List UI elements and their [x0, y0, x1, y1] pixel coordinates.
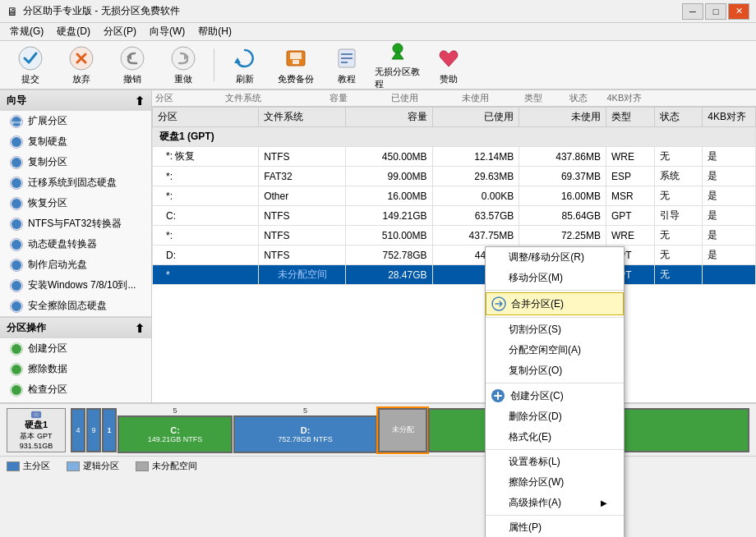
menu-general[interactable]: 常规(G) — [3, 23, 50, 40]
seg-c-size: 149.21GB NTFS — [148, 435, 203, 443]
ctx-split-partition[interactable]: 切割分区(S) — [486, 319, 624, 340]
menu-disk[interactable]: 硬盘(D) — [50, 23, 97, 40]
ctx-advanced-ops[interactable]: 高级操作(A) ▶ — [486, 493, 624, 513]
ctx-move-partition[interactable]: 移动分区(M) — [486, 268, 624, 288]
sidebar-item-copy-partition[interactable]: 复制分区 — [0, 152, 151, 172]
disk-seg-unalloc[interactable]: 未分配 — [378, 408, 427, 452]
refresh-button[interactable]: 刷新 — [221, 44, 269, 86]
ctx-format-label: 格式化(E) — [509, 431, 551, 443]
submit-button[interactable]: 提交 — [7, 44, 54, 86]
ctx-sep-5 — [486, 515, 624, 516]
sidebar-item-check-partition[interactable]: 检查分区 — [0, 379, 151, 400]
svg-point-21 — [12, 219, 21, 229]
sidebar-item-install-windows[interactable]: 安装Windows 7/8/10到... — [0, 275, 151, 296]
status-bar: 主分区 逻辑分区 未分配空间 — [0, 456, 756, 475]
menu-wizard[interactable]: 向导(W) — [143, 23, 191, 40]
sidebar-item-ntfs-fat32[interactable]: NTFS与FAT32转换器 — [0, 213, 151, 234]
table-row[interactable]: *: NTFS 510.00MB 437.75MB 72.25MB WRE 无 … — [153, 226, 756, 246]
discard-label: 放弃 — [72, 73, 90, 85]
cell-status-5: 无 — [654, 246, 703, 265]
sidebar-item-wipe-data[interactable]: 擦除数据 — [0, 359, 151, 379]
ctx-wipe-partition[interactable]: 擦除分区(W) — [486, 472, 624, 493]
table-row[interactable]: *: Other 16.00MB 0.00KB 16.00MB MSR 无 是 — [153, 186, 756, 206]
disk-seg-c[interactable]: C: 149.21GB NTFS — [118, 415, 233, 453]
disk-seg-sys1[interactable]: 4 — [71, 408, 85, 452]
ctx-create-partition[interactable]: 创建分区(C) — [486, 385, 624, 406]
sidebar-item-dynamic-disk[interactable]: 动态硬盘转换器 — [0, 234, 151, 255]
refresh-icon — [232, 45, 258, 71]
table-row[interactable]: *: 恢复 NTFS 450.00MB 12.14MB 437.86MB WRE… — [153, 147, 756, 167]
disk-seg-d[interactable]: D: 752.78GB NTFS — [233, 415, 377, 453]
cell-used-4: 437.75MB — [432, 226, 519, 246]
cell-type-4: WRE — [606, 226, 654, 246]
col-free: 未使用 — [519, 108, 606, 127]
svg-point-23 — [12, 260, 21, 270]
ctx-adjust-move[interactable]: 调整/移动分区(R) — [486, 247, 624, 268]
ctx-format[interactable]: 格式化(E) — [486, 427, 624, 448]
table-row-selected[interactable]: * 未分配空间 28.47GB GPT 无 — [153, 265, 756, 285]
close-button[interactable]: ✕ — [728, 3, 749, 20]
legend-unalloc-label: 未分配空间 — [152, 460, 197, 472]
legend-logical-box — [67, 461, 80, 471]
sidebar-item-restore-partition[interactable]: 恢复分区 — [0, 193, 151, 213]
cell-part-0: *: 恢复 — [153, 147, 259, 167]
dynamic-disk-icon — [10, 238, 23, 251]
tutorial-button[interactable]: 教程 — [323, 44, 371, 86]
ctx-set-label[interactable]: 设置卷标(L) — [486, 452, 624, 472]
title-bar-controls: ─ □ ✕ — [682, 3, 749, 20]
minimize-button[interactable]: ─ — [682, 3, 703, 20]
sponsor-button[interactable]: 赞助 — [425, 44, 472, 86]
wizard-collapse-icon[interactable]: ⬆ — [135, 94, 145, 108]
title-bar: 🖥 分区助手专业版 - 无损分区免费软件 ─ □ ✕ — [0, 0, 756, 23]
cell-align-2: 是 — [703, 186, 756, 206]
table-row[interactable]: C: NTFS 149.21GB 63.57GB 85.64GB GPT 引导 … — [153, 206, 756, 226]
redo-button[interactable]: 重做 — [159, 44, 207, 86]
sidebar-item-erase-ssd[interactable]: 安全擦除固态硬盘 — [0, 296, 151, 316]
ctx-delete-partition[interactable]: 删除分区(D) — [486, 406, 624, 427]
ctx-create-icon — [491, 388, 505, 403]
create-partition-icon — [10, 342, 23, 356]
disk-segments: 4 9 1 5 C: 149.21GB NTFS 5 D: 752.78GB N… — [71, 408, 749, 452]
sidebar-item-properties[interactable]: 属性 — [0, 400, 151, 402]
submit-icon — [17, 45, 44, 71]
sidebar-item-expand-partition[interactable]: ⟺ 扩展分区 — [0, 111, 151, 131]
ctx-properties[interactable]: 属性(P) — [486, 517, 624, 537]
ops-header: 分区操作 ⬆ — [0, 318, 151, 338]
sidebar-item-make-boot-cd[interactable]: 制作启动光盘 — [0, 255, 151, 275]
merge-icon — [491, 296, 506, 311]
menu-partition[interactable]: 分区(P) — [97, 23, 143, 40]
menu-help[interactable]: 帮助(H) — [191, 23, 238, 40]
col-type: 类型 — [606, 108, 654, 127]
sidebar-item-create-partition[interactable]: 创建分区 — [0, 338, 151, 359]
breadcrumb-free: 未使用 — [462, 93, 489, 103]
cell-align-3: 是 — [703, 206, 756, 226]
ctx-alloc-free-space[interactable]: 分配空闲空间(A) — [486, 340, 624, 360]
disk-icon — [28, 411, 44, 419]
ctx-copy-partition[interactable]: 复制分区(O) — [486, 360, 624, 381]
svg-point-2 — [121, 47, 144, 70]
disk-seg-sys3[interactable]: 1 — [102, 408, 117, 452]
sidebar-item-copy-disk[interactable]: 复制硬盘 — [0, 131, 151, 152]
ctx-properties-label: 属性(P) — [509, 521, 542, 533]
cell-free-3: 85.64GB — [519, 206, 606, 226]
erase-ssd-icon — [10, 300, 23, 313]
ctx-merge-partition[interactable]: 合并分区(E) — [486, 292, 624, 315]
cell-type-2: MSR — [606, 186, 654, 206]
maximize-button[interactable]: □ — [705, 3, 726, 20]
disk-size: 931.51GB — [20, 442, 53, 450]
table-row[interactable]: D: NTFS 752.78GB 44.82GB 707.97GB GPT 无 … — [153, 246, 756, 265]
check-partition-icon — [10, 383, 23, 397]
disk-seg-sys2[interactable]: 9 — [86, 408, 101, 452]
noloss-tutorial-button[interactable]: 无损分区教程 — [374, 44, 422, 86]
undo-label: 撤销 — [123, 73, 141, 85]
sidebar-item-migrate-ssd[interactable]: 迁移系统到固态硬盘 — [0, 172, 151, 193]
seg-d-label: D: — [301, 425, 311, 435]
undo-button[interactable]: 撤销 — [108, 44, 156, 86]
cell-used-1: 29.63MB — [432, 167, 519, 186]
breadcrumb-size: 容量 — [330, 93, 348, 103]
table-row[interactable]: *: FAT32 99.00MB 29.63MB 69.37MB ESP 系统 … — [153, 167, 756, 186]
ops-collapse-icon[interactable]: ⬆ — [135, 322, 145, 335]
disk1-header: 硬盘1 (GPT) — [153, 127, 756, 147]
discard-button[interactable]: 放弃 — [58, 44, 105, 86]
backup-button[interactable]: 免费备份 — [272, 44, 320, 86]
